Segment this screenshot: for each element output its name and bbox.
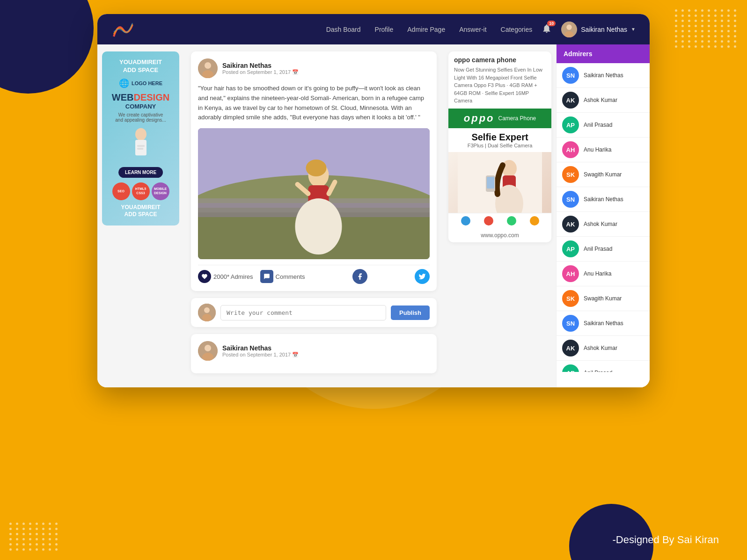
admires-action[interactable]: 2000* Admires	[198, 270, 253, 283]
admirer-item[interactable]: SN Saikiran Nethas	[557, 187, 650, 212]
admirer-item[interactable]: SN Saikiran Nethas	[557, 311, 650, 336]
seo-badge: SEO	[112, 182, 130, 200]
logo-here-label: LOGO HERE	[132, 80, 162, 86]
comment-input-area: Publish	[191, 298, 437, 327]
nav-item-dashboard[interactable]: Dash Board	[326, 25, 361, 34]
mobile-badge: MOBILEDESIGN	[152, 182, 169, 200]
post-text-content: "Your hair has to be smoothed down or it…	[198, 84, 430, 123]
bg-dots-bottom-left	[9, 523, 59, 551]
designed-by-text: -Designed By Sai Kiran	[613, 534, 719, 546]
notification-bell[interactable]: 10	[542, 23, 552, 36]
commenter-avatar	[198, 304, 216, 321]
admirer-item[interactable]: AK Ashok Kumar	[557, 88, 650, 113]
admirer-avatar: AH	[562, 141, 579, 158]
right-sidebar: oppo camera phone Now Get Stunning Selfi…	[444, 44, 556, 387]
svg-rect-5	[137, 145, 145, 146]
comment-text-input[interactable]	[220, 305, 386, 320]
admirer-avatar: AK	[562, 340, 579, 356]
admirer-item[interactable]: SK Swagith Kumar	[557, 162, 650, 187]
admirer-item[interactable]: AK Ashok Kumar	[557, 212, 650, 237]
admirer-avatar: AP	[562, 364, 579, 372]
admirer-item[interactable]: AH Anu Harika	[557, 138, 650, 162]
svg-rect-32	[487, 177, 494, 189]
app-logo	[111, 20, 135, 39]
globe-icon: 🌐	[119, 78, 129, 88]
admirer-avatar: AK	[562, 216, 579, 233]
post-card-main: Saikiran Nethas Posted on September 1, 2…	[191, 51, 437, 291]
post-date: Posted on September 1, 2017 📅	[222, 69, 430, 75]
admirer-avatar: SK	[562, 166, 579, 183]
admirer-name: Saikiran Nethas	[584, 196, 623, 203]
second-post-date: Posted on September 1, 2017 📅	[222, 352, 430, 358]
feature-icon-4	[530, 216, 539, 225]
feature-icon-3	[507, 216, 516, 225]
admirer-avatar: AK	[562, 92, 579, 109]
left-ad-banner: YOUADMIREITADD SPACE 🌐 LOGO HERE WEBDESI…	[102, 51, 179, 225]
user-name: Saikiran Nethas	[581, 26, 627, 33]
ad-card-title: oppo camera phone	[448, 51, 551, 66]
admirer-item[interactable]: AK Ashok Kumar	[557, 336, 650, 361]
nav-item-answer-it[interactable]: Answer-it	[459, 25, 486, 34]
publish-button[interactable]: Publish	[391, 305, 430, 320]
twitter-share-button[interactable]	[415, 269, 430, 284]
phone-image	[448, 152, 551, 213]
admirer-item[interactable]: AP Anil Prasad	[557, 237, 650, 262]
post-meta: Saikiran Nethas Posted on September 1, 2…	[222, 62, 430, 75]
nav-item-profile[interactable]: Profile	[375, 25, 394, 34]
comments-action[interactable]: Comments	[260, 270, 305, 283]
admirer-item[interactable]: AP Anil Prasad	[557, 361, 650, 372]
admirers-panel: Admirers SN Saikiran Nethas AK Ashok Kum…	[556, 44, 650, 387]
admirer-item[interactable]: SK Swagith Kumar	[557, 286, 650, 311]
admirer-avatar: AP	[562, 116, 579, 133]
admirer-avatar: AP	[562, 240, 579, 257]
notification-count: 10	[547, 21, 556, 26]
dropdown-arrow-icon: ▼	[631, 27, 636, 32]
nav-item-categories[interactable]: Categories	[501, 25, 533, 34]
user-menu[interactable]: Saikiran Nethas ▼	[561, 22, 636, 37]
svg-point-18	[295, 198, 342, 255]
admirer-name: Saikiran Nethas	[584, 72, 623, 79]
bg-dots-top-right	[675, 9, 738, 48]
navbar: Dash Board Profile Admire Page Answer-it…	[97, 14, 650, 44]
admirer-item[interactable]: AP Anil Prasad	[557, 113, 650, 138]
feature-icon-1	[461, 216, 470, 225]
calendar-icon-2: 📅	[292, 352, 299, 358]
learn-more-button[interactable]: LEARN MORE	[118, 167, 163, 178]
comments-icon	[260, 270, 273, 283]
main-content: YOUADMIREITADD SPACE 🌐 LOGO HERE WEBDESI…	[97, 44, 650, 387]
svg-point-23	[202, 314, 212, 321]
admirer-item[interactable]: AH Anu Harika	[557, 262, 650, 286]
svg-point-22	[204, 307, 210, 313]
admires-count: 2000* Admires	[213, 273, 253, 280]
post-author-name: Saikiran Nethas	[222, 62, 430, 69]
admirer-name: Ashok Kumar	[584, 345, 617, 351]
ad-bottom-text: YOUADMIREITADD SPACE	[107, 204, 175, 218]
admirer-name: Swagith Kumar	[584, 295, 622, 302]
camera-phone-label: Camera Phone	[498, 115, 536, 122]
admirer-name: Swagith Kumar	[584, 171, 622, 178]
user-avatar	[561, 22, 577, 37]
admirer-name: Anil Prasad	[584, 370, 612, 372]
admirer-avatar: SN	[562, 315, 579, 332]
admirers-header: Admirers	[557, 44, 650, 63]
second-post-author: Saikiran Nethas	[222, 344, 430, 352]
html-badge: HTML5CSS3	[132, 182, 150, 200]
selfie-section: Selfie Expert F3Plus | Dual Selfie Camer…	[448, 128, 551, 152]
bg-circle-bottom-right	[569, 504, 653, 560]
facebook-share-button[interactable]	[352, 269, 367, 284]
second-post-meta: Saikiran Nethas Posted on September 1, 2…	[222, 344, 430, 358]
calendar-icon: 📅	[292, 69, 299, 75]
post-header: Saikiran Nethas Posted on September 1, 2…	[198, 58, 430, 78]
admirer-item[interactable]: SN Saikiran Nethas	[557, 63, 650, 88]
svg-point-16	[306, 160, 327, 176]
left-sidebar: YOUADMIREITADD SPACE 🌐 LOGO HERE WEBDESI…	[97, 44, 184, 387]
ad-card-desc: Now Get Stunning Selfies Even In Low Lig…	[448, 66, 551, 109]
oppo-ad-card: oppo camera phone Now Get Stunning Selfi…	[448, 51, 551, 242]
admirer-avatar: SN	[562, 67, 579, 84]
nav-item-admire-page[interactable]: Admire Page	[407, 25, 445, 34]
admirer-name: Saikiran Nethas	[584, 320, 623, 327]
svg-point-8	[205, 62, 211, 69]
browser-window: Dash Board Profile Admire Page Answer-it…	[97, 14, 650, 387]
ad-website-link[interactable]: www.oppo.com	[448, 228, 551, 242]
oppo-logo: oppo	[464, 112, 495, 124]
